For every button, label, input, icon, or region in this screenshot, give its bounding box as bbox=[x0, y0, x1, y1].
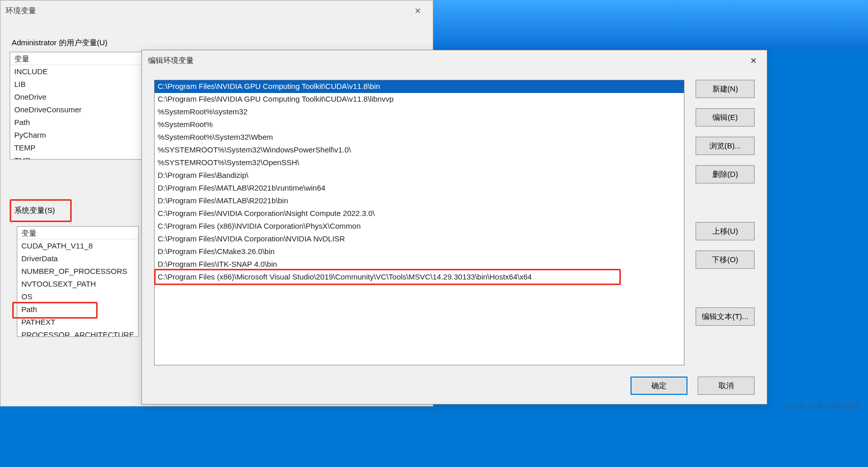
edit-dialog-title: 编辑环境变量 bbox=[148, 56, 194, 66]
dialog-footer: 确定 取消 bbox=[631, 377, 755, 395]
path-entry[interactable]: D:\Program Files\MATLAB\R2021b\bin bbox=[155, 195, 684, 207]
list-item[interactable]: PROCESSOR_ARCHITECTURE bbox=[17, 328, 138, 337]
path-entry[interactable]: C:\Program Files (x86)\NVIDIA Corporatio… bbox=[155, 220, 684, 233]
path-entry[interactable]: %SYSTEMROOT%\System32\OpenSSH\ bbox=[155, 157, 684, 169]
close-icon[interactable]: ✕ bbox=[746, 54, 761, 68]
watermark-text: CSDN @弹伦琴的雷登 bbox=[784, 401, 861, 411]
cancel-button[interactable]: 取消 bbox=[698, 377, 755, 395]
edit-button[interactable]: 编辑(E) bbox=[696, 108, 755, 127]
path-entry[interactable]: D:\Program Files\MATLAB\R2021b\runtime\w… bbox=[155, 182, 684, 195]
browse-button[interactable]: 浏览(B)... bbox=[696, 137, 755, 155]
new-button[interactable]: 新建(N) bbox=[696, 80, 755, 98]
path-entry[interactable]: %SystemRoot% bbox=[155, 118, 684, 131]
system-vars-label-highlight: 系统变量(S) bbox=[10, 199, 72, 222]
path-entry[interactable]: D:\Program Files\ITK-SNAP 4.0\bin bbox=[155, 258, 684, 271]
list-item[interactable]: NVTOOLSEXT_PATH bbox=[17, 277, 138, 290]
list-item[interactable]: OS bbox=[17, 290, 138, 303]
system-vars-label: 系统变量(S) bbox=[14, 206, 55, 214]
desktop-wallpaper-strip bbox=[433, 0, 868, 50]
env-dialog-titlebar: 环境变量 ✕ bbox=[1, 1, 433, 21]
list-item[interactable]: NUMBER_OF_PROCESSORS bbox=[17, 265, 138, 277]
column-header: 变量 bbox=[17, 227, 138, 239]
path-entry[interactable]: C:\Program Files\NVIDIA GPU Computing To… bbox=[155, 93, 684, 106]
side-button-column: 新建(N) 编辑(E) 浏览(B)... 删除(D) 上移(U) 下移(O) 编… bbox=[696, 80, 755, 326]
delete-button[interactable]: 删除(D) bbox=[696, 165, 755, 183]
path-entry[interactable]: D:\Program Files\Bandizip\ bbox=[155, 169, 684, 182]
system-variables-list[interactable]: 变量 CUDA_PATH_V11_8 DriverData NUMBER_OF_… bbox=[17, 226, 139, 337]
list-item-path[interactable]: Path bbox=[17, 303, 138, 316]
path-entry[interactable]: %SystemRoot%\System32\Wbem bbox=[155, 131, 684, 144]
list-item[interactable]: DriverData bbox=[17, 252, 138, 265]
path-entry[interactable]: D:\Program Files\CMake3.26.0\bin bbox=[155, 245, 684, 258]
list-item[interactable]: CUDA_PATH_V11_8 bbox=[17, 239, 138, 252]
path-entry[interactable]: C:\Program Files\NVIDIA GPU Computing To… bbox=[155, 80, 684, 93]
path-entry[interactable]: C:\Program Files\NVIDIA Corporation\Nsig… bbox=[155, 207, 684, 220]
env-dialog-title: 环境变量 bbox=[6, 6, 36, 16]
edit-text-button[interactable]: 编辑文本(T)... bbox=[696, 307, 755, 326]
edit-environment-variable-dialog: 编辑环境变量 ✕ C:\Program Files\NVIDIA GPU Com… bbox=[141, 50, 767, 404]
edit-dialog-titlebar: 编辑环境变量 ✕ bbox=[142, 50, 767, 71]
path-entries-list[interactable]: C:\Program Files\NVIDIA GPU Computing To… bbox=[154, 80, 684, 365]
list-item[interactable]: PATHEXT bbox=[17, 316, 138, 328]
move-down-button[interactable]: 下移(O) bbox=[696, 251, 755, 269]
path-entry[interactable]: C:\Program Files\NVIDIA Corporation\NVID… bbox=[155, 233, 684, 245]
path-entry-msvc[interactable]: C:\Program Files (x86)\Microsoft Visual … bbox=[155, 271, 684, 284]
path-entry[interactable]: %SystemRoot%\system32 bbox=[155, 106, 684, 118]
user-vars-label: Administrator 的用户变量(U) bbox=[10, 37, 109, 49]
path-entry[interactable]: %SYSTEMROOT%\System32\WindowsPowerShell\… bbox=[155, 144, 684, 157]
ok-button[interactable]: 确定 bbox=[631, 377, 687, 395]
close-icon[interactable]: ✕ bbox=[407, 6, 428, 16]
move-up-button[interactable]: 上移(U) bbox=[696, 222, 755, 240]
